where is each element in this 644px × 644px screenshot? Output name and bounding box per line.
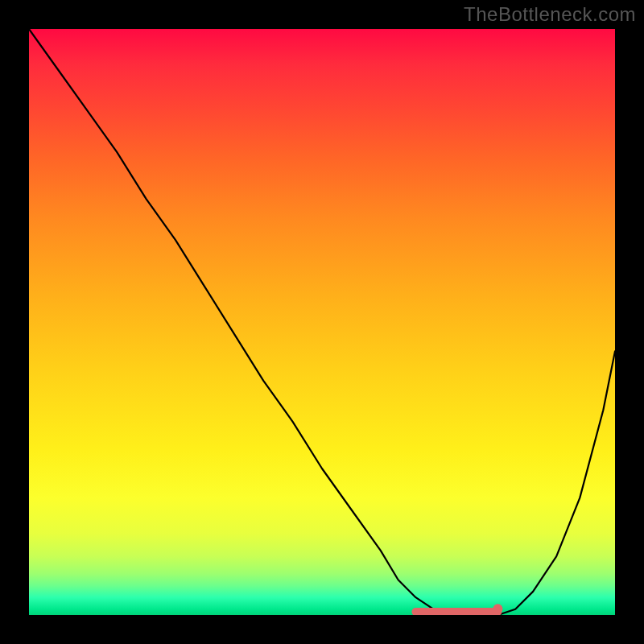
plot-area bbox=[29, 29, 615, 615]
chart-root: TheBottleneck.com bbox=[0, 0, 644, 644]
watermark: TheBottleneck.com bbox=[464, 3, 636, 26]
svg-point-0 bbox=[493, 604, 502, 613]
bottleneck-curve bbox=[29, 29, 615, 615]
